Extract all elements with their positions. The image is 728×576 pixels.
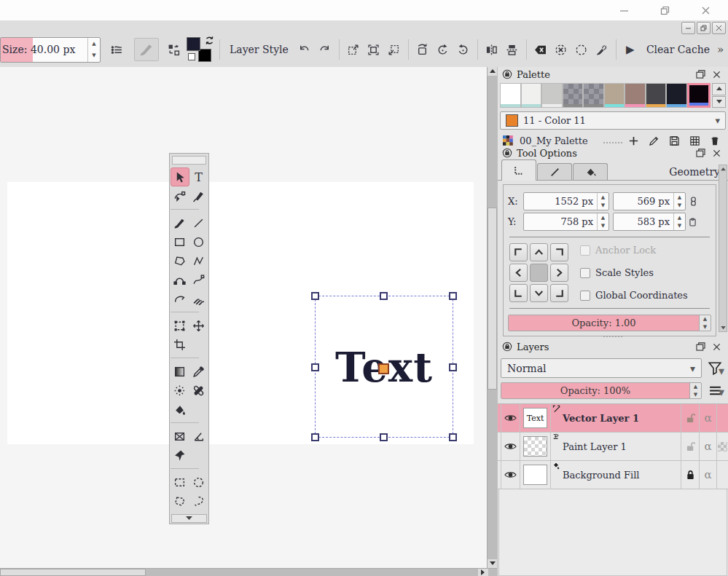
reset-colors-mini-swatch[interactable] xyxy=(188,53,195,60)
layer-style-button[interactable]: Layer Style xyxy=(224,44,294,55)
shape-selection-box[interactable]: Text xyxy=(315,296,453,438)
layer-name-cell[interactable]: Background Fill xyxy=(551,461,681,489)
layer-filter-button[interactable]: ▾ xyxy=(705,361,725,375)
dock-splitter[interactable] xyxy=(498,140,728,146)
tool-text[interactable]: T xyxy=(189,167,208,186)
float-panel-icon[interactable] xyxy=(694,148,706,158)
anchor-center-button[interactable] xyxy=(530,264,548,282)
selection-handle-ne[interactable] xyxy=(449,292,457,300)
fit-page-icon[interactable] xyxy=(364,39,384,60)
aspect-ratio-lock-icon[interactable] xyxy=(689,197,697,206)
tool-transform[interactable] xyxy=(171,316,189,335)
tool-edit-shapes[interactable] xyxy=(171,186,189,205)
paste-offset-icon[interactable] xyxy=(689,218,696,226)
layer-inherit-alpha-cell[interactable] xyxy=(717,433,728,460)
checkbox-global-coordinates[interactable] xyxy=(580,291,590,301)
float-panel-icon[interactable] xyxy=(694,69,706,79)
dock-splitter[interactable] xyxy=(498,334,728,339)
tool-colorize-mask[interactable] xyxy=(171,381,189,400)
canvas-horizontal-scrollbar[interactable] xyxy=(0,568,497,576)
tool-ellipse-select[interactable] xyxy=(189,473,208,492)
fg-bg-color-selector[interactable] xyxy=(187,37,213,62)
tool-rectangle[interactable] xyxy=(171,232,189,251)
selection-anchor-handle[interactable] xyxy=(378,363,389,374)
tool-multibrush[interactable] xyxy=(189,289,208,308)
selection-handle-s[interactable] xyxy=(380,433,388,441)
scroll-down-icon[interactable] xyxy=(719,324,727,331)
tab-fill[interactable] xyxy=(573,163,608,181)
foreground-color-swatch[interactable] xyxy=(187,37,200,51)
tool-poly-select[interactable] xyxy=(171,492,189,510)
tool-contiguous-select[interactable] xyxy=(189,492,208,510)
tool-line[interactable] xyxy=(189,213,208,232)
layer-row-background-fill[interactable]: Background Fillα xyxy=(498,461,728,489)
layer-thumbnail[interactable] xyxy=(520,461,551,489)
x-position-spinbox[interactable]: 1552 px ▲▼ xyxy=(523,192,609,210)
wrap-around-brush-icon[interactable] xyxy=(592,39,612,60)
layer-name-cell[interactable]: Paint Layer 1 xyxy=(551,433,681,460)
palette-swatch-2[interactable] xyxy=(541,83,563,108)
anchor-right-button[interactable] xyxy=(550,264,568,282)
toolbox-drag-handle[interactable] xyxy=(172,156,206,165)
deselect-icon[interactable] xyxy=(551,39,571,60)
tool-freehand-brush[interactable] xyxy=(171,213,189,232)
mdi-minimize-button[interactable] xyxy=(681,22,695,34)
anchor-bottom-button[interactable] xyxy=(530,284,548,302)
selection-handle-e[interactable] xyxy=(449,363,457,371)
y-position-spinbox[interactable]: 758 px ▲▼ xyxy=(523,213,609,231)
selection-handle-sw[interactable] xyxy=(311,433,319,441)
anchor-top-button[interactable] xyxy=(530,243,548,261)
fit-width-icon[interactable] xyxy=(384,39,404,60)
tool-move[interactable] xyxy=(189,316,208,335)
mirror-vertical-icon[interactable] xyxy=(502,39,522,60)
scroll-up-icon[interactable] xyxy=(488,67,497,76)
tool-options-header[interactable]: Tool Options xyxy=(498,146,728,160)
layer-visibility-eye-icon[interactable] xyxy=(501,433,520,460)
layer-lock-icon[interactable] xyxy=(681,433,700,460)
tool-gradient[interactable] xyxy=(171,362,189,381)
mdi-close-button[interactable] xyxy=(712,22,726,34)
swap-colors-icon[interactable] xyxy=(205,36,214,45)
selection-handle-nw[interactable] xyxy=(311,292,319,300)
anchor-bottom-left-button[interactable] xyxy=(509,284,528,302)
anchor-bottom-right-button[interactable] xyxy=(550,284,568,302)
redo-icon[interactable] xyxy=(315,39,335,60)
close-panel-icon[interactable] xyxy=(711,342,722,352)
window-restore-button[interactable] xyxy=(658,4,671,17)
tool-options-scrollbar[interactable] xyxy=(719,165,727,332)
tool-dynamic-brush[interactable] xyxy=(171,289,189,308)
tool-measure[interactable] xyxy=(189,427,208,446)
layer-visibility-eye-icon[interactable] xyxy=(501,404,520,432)
tool-rect-select[interactable] xyxy=(171,473,189,492)
clear-cache-button[interactable]: Clear Cache xyxy=(641,44,716,55)
window-minimize-button[interactable] xyxy=(617,4,630,17)
selection-handle-n[interactable] xyxy=(380,292,388,300)
layer-list-empty-area[interactable] xyxy=(498,489,727,576)
layer-thumbnail[interactable]: Text xyxy=(520,404,551,432)
anchor-top-left-button[interactable] xyxy=(509,243,528,261)
palette-color-combobox[interactable]: 11 - Color 11 ▾ xyxy=(500,111,726,130)
palette-swatch-8[interactable] xyxy=(666,83,687,108)
rotate-cw-icon[interactable] xyxy=(453,39,474,60)
layer-inherit-alpha-cell[interactable] xyxy=(717,461,728,489)
tool-freehand-path[interactable] xyxy=(189,270,208,289)
tool-reference-images[interactable] xyxy=(171,446,189,465)
undo-icon[interactable] xyxy=(294,39,315,60)
tool-calligraphy[interactable] xyxy=(189,186,208,205)
palette-scroll-up-icon[interactable] xyxy=(712,83,726,95)
reset-rotation-icon[interactable] xyxy=(412,39,433,60)
layer-opacity-slider[interactable]: Opacity: 100% ▲▼ xyxy=(501,382,702,399)
layer-alpha-icon[interactable]: α xyxy=(700,404,717,432)
brush-editor-icon[interactable] xyxy=(134,38,159,61)
brush-size-spinner[interactable]: ▲▼ xyxy=(87,38,100,62)
canvas-vertical-scrollbar[interactable] xyxy=(487,67,497,568)
layer-thumbnail[interactable] xyxy=(520,433,551,460)
zoom-to-100-icon[interactable] xyxy=(343,39,364,60)
layer-row-paint-layer-1[interactable]: Paint Layer 1α xyxy=(498,433,728,461)
tool-fill[interactable] xyxy=(171,400,189,419)
tool-ellipse[interactable] xyxy=(189,232,208,251)
close-panel-icon[interactable] xyxy=(711,69,722,79)
layer-lock-icon[interactable] xyxy=(681,404,700,432)
brush-presets-icon[interactable] xyxy=(106,39,127,60)
close-panel-icon[interactable] xyxy=(711,148,722,158)
